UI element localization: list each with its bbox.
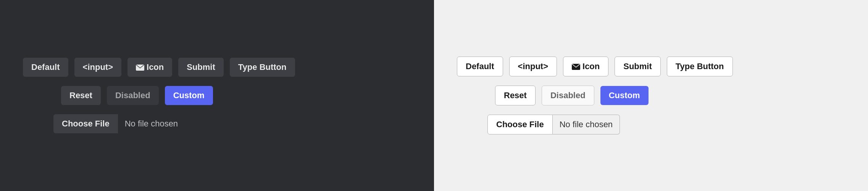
light-submit-button[interactable]: Submit [615,57,661,76]
light-row-1: Default <input> Icon Submit Type Button [457,57,845,76]
dark-file-input: Choose File No file chosen [53,114,185,133]
light-row-2: Reset Disabled Custom [457,86,845,105]
envelope-icon-light [572,62,580,71]
dark-type-button[interactable]: Type Button [230,58,295,77]
light-disabled-button: Disabled [542,86,594,105]
dark-default-button[interactable]: Default [23,58,68,77]
light-input-button[interactable]: <input> [509,57,557,76]
dark-row-2: Reset Disabled Custom [23,86,411,105]
light-icon-button[interactable]: Icon [563,57,608,76]
envelope-icon [136,62,144,72]
light-icon-label: Icon [582,62,600,71]
dark-input-button[interactable]: <input> [74,58,121,77]
dark-file-row: Choose File No file chosen [23,114,411,133]
light-type-button[interactable]: Type Button [667,57,733,76]
light-default-button[interactable]: Default [457,57,503,76]
dark-reset-button[interactable]: Reset [61,86,101,105]
dark-icon-button[interactable]: Icon [127,58,172,77]
dark-no-file-label: No file chosen [118,114,185,133]
dark-custom-button[interactable]: Custom [165,86,213,105]
light-no-file-label: No file chosen [553,115,620,134]
dark-submit-button[interactable]: Submit [178,58,224,77]
light-panel: Default <input> Icon Submit Type Button … [434,0,868,191]
dark-row-1: Default <input> Icon Submit Type Button [23,58,411,77]
dark-disabled-button: Disabled [107,86,159,105]
light-file-input: Choose File No file chosen [487,115,620,134]
light-custom-button[interactable]: Custom [600,86,649,105]
light-file-row: Choose File No file chosen [457,115,845,134]
dark-choose-file-button[interactable]: Choose File [53,114,118,133]
dark-panel: Default <input> Icon Submit Type Button … [0,0,434,191]
dark-icon-label: Icon [147,62,164,72]
light-reset-button[interactable]: Reset [495,86,536,105]
light-choose-file-button[interactable]: Choose File [487,115,553,134]
